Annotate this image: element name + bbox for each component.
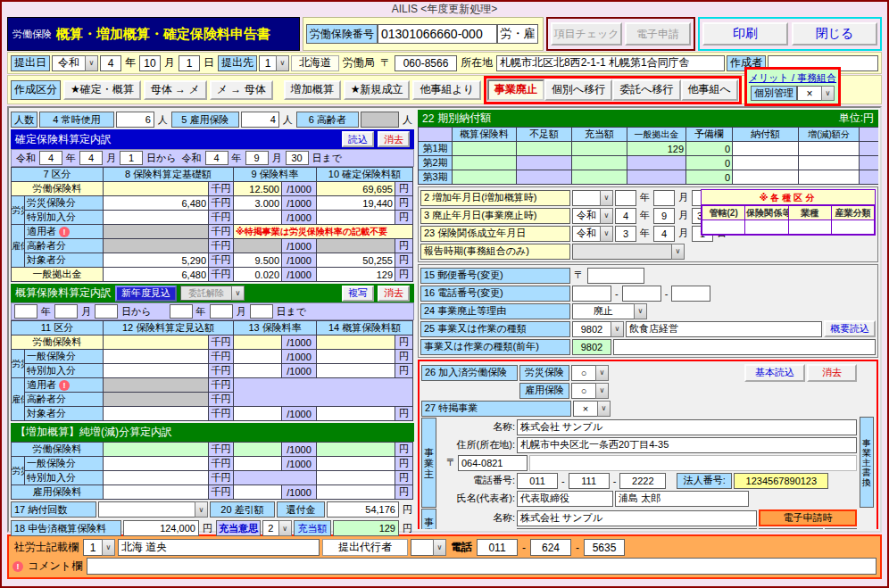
item-check-button[interactable]: 項目チェック — [551, 22, 622, 46]
rate-cell[interactable] — [234, 364, 282, 378]
seiritsu-year[interactable]: 3 — [615, 226, 636, 242]
itaku-ikou-button[interactable]: 委託へ移行 — [612, 79, 680, 101]
cell[interactable] — [517, 142, 572, 156]
seiritsu-era-select[interactable]: 令和∨ — [572, 226, 613, 242]
juto-field[interactable]: 129 — [333, 520, 399, 536]
biz-name-field[interactable]: 株式会社 サンプル — [517, 510, 757, 526]
prev-work-kind-field[interactable] — [613, 339, 876, 355]
owner-addr-field[interactable]: 札幌市中央区北一条西20丁目4-35 — [517, 437, 857, 453]
houkoku-select[interactable]: ∨ — [572, 244, 685, 260]
period-y1[interactable] — [14, 304, 37, 319]
tajigumi-yori-button[interactable]: 他事組より — [412, 80, 481, 100]
cell[interactable] — [733, 170, 799, 185]
tokkei-select[interactable]: ×∨ — [573, 401, 611, 417]
submit-month-field[interactable]: 10 — [139, 55, 161, 71]
submit-year-field[interactable]: 4 — [100, 55, 121, 71]
owner-tel-1[interactable]: 011 — [517, 473, 558, 489]
cell[interactable] — [799, 156, 860, 170]
tel-change-2[interactable] — [622, 286, 661, 302]
submit-dest-select[interactable]: 1∨ — [259, 55, 289, 71]
haishi-era-select[interactable]: 令和∨ — [572, 208, 613, 224]
rate-cell[interactable]: 3.000 — [234, 196, 282, 211]
zouka-gaisan-button[interactable]: 増加概算 — [284, 80, 341, 100]
clear-button[interactable]: 消去 — [378, 286, 410, 302]
shinnendo-button[interactable]: 新年度見込 — [115, 286, 177, 302]
gaiyou-read-button[interactable]: 概要読込 — [824, 320, 876, 337]
rep-title-field[interactable]: 代表取締役 — [517, 491, 613, 507]
cell[interactable] — [453, 170, 517, 185]
kobetsu-kanri-select[interactable]: ×∨ — [797, 86, 835, 101]
rate-cell[interactable]: 12.500 — [234, 182, 282, 196]
cell[interactable] — [453, 142, 517, 156]
houjin-field[interactable]: 1234567890123 — [734, 473, 828, 489]
kanpu-field[interactable]: 54,176 — [327, 501, 399, 518]
period-y1[interactable]: 4 — [39, 151, 62, 165]
shinki-seiritsu-button[interactable]: ★新規成立 — [344, 80, 411, 100]
tel-change-3[interactable] — [671, 286, 710, 302]
merit-link[interactable]: メリット / 事務組合 — [749, 71, 836, 85]
sharoshi-tel-1[interactable]: 011 — [477, 539, 518, 556]
rate-cell[interactable] — [234, 407, 282, 421]
rate-cell[interactable] — [234, 457, 282, 471]
biz-addr-field[interactable]: 札幌市中央区北一条西11丁目100-1 — [517, 528, 757, 530]
kakutei-gaisan-button[interactable]: ★確定・概算 — [63, 80, 141, 100]
base-cell[interactable]: 6,480 — [104, 196, 209, 211]
base-cell[interactable] — [104, 443, 209, 457]
rate-cell[interactable]: 9.500 — [234, 253, 282, 268]
amount-cell[interactable]: 69,695 — [317, 182, 395, 196]
sharoshi-tel-2[interactable]: 624 — [530, 539, 571, 556]
amount-cell[interactable] — [317, 485, 395, 500]
cell[interactable]: 0 — [686, 170, 733, 185]
base-cell[interactable] — [104, 471, 209, 485]
bunkatsu-field[interactable] — [825, 528, 857, 530]
amount-cell[interactable] — [317, 335, 395, 350]
cell[interactable] — [453, 156, 517, 170]
tel-change-1[interactable] — [572, 286, 611, 302]
haishi-year[interactable]: 4 — [615, 208, 636, 224]
cell[interactable] — [799, 142, 860, 156]
kk-cell[interactable] — [702, 220, 745, 235]
seiritsu-month[interactable]: 4 — [653, 226, 675, 242]
cell[interactable] — [733, 142, 799, 156]
owner-zip-rest[interactable] — [529, 455, 857, 471]
nofu-kaisu-select[interactable]: ∨ — [98, 501, 208, 518]
work-kind-field[interactable]: 飲食店経営 — [626, 321, 822, 337]
kobetsu-ikou-button[interactable]: 個別へ移行 — [544, 79, 612, 101]
zouka-year[interactable] — [615, 190, 636, 206]
amount-cell[interactable]: 50,255 — [317, 253, 395, 268]
base-cell[interactable] — [104, 350, 209, 364]
period-y2[interactable]: 4 — [205, 151, 228, 165]
me-to-botai-button[interactable]: メ → 母体 — [210, 80, 273, 100]
amount-cell[interactable] — [317, 457, 395, 471]
period-d2[interactable]: 30 — [286, 151, 309, 165]
rate-cell[interactable] — [234, 211, 282, 225]
zouka-era-select[interactable]: ∨ — [572, 190, 613, 206]
rate-cell[interactable] — [234, 443, 282, 457]
rate-cell[interactable] — [234, 350, 282, 364]
owner-tel-2[interactable]: 111 — [569, 473, 610, 489]
period-d1[interactable]: 1 — [120, 151, 143, 165]
amount-cell[interactable] — [317, 211, 395, 225]
period-m2[interactable] — [210, 304, 233, 319]
rousai-hoken-select[interactable]: ○∨ — [571, 365, 609, 381]
sharoshi-no-select[interactable]: 1∨ — [83, 539, 115, 556]
base-cell[interactable]: 5,290 — [104, 253, 209, 268]
period-y2[interactable] — [170, 304, 193, 319]
amount-cell[interactable] — [317, 350, 395, 364]
base-cell[interactable] — [104, 182, 209, 196]
cell[interactable] — [572, 170, 627, 185]
clear-button[interactable]: 消去 — [807, 364, 857, 382]
submit-era-select[interactable]: 令和∨ — [52, 55, 98, 71]
base-cell[interactable]: 6,480 — [104, 268, 209, 282]
cell[interactable] — [572, 142, 627, 156]
sharoshi-name-field[interactable]: 北海 道央 — [118, 539, 320, 556]
owner-zip-field[interactable]: 064-0821 — [458, 455, 528, 471]
amount-cell[interactable]: 19,440 — [317, 196, 395, 211]
base-cell[interactable] — [104, 211, 209, 225]
daikou-select[interactable]: ∨ — [411, 539, 446, 556]
haishi-month[interactable]: 9 — [653, 208, 675, 224]
close-button[interactable]: 閉じる — [792, 22, 877, 46]
submit-day-field[interactable]: 1 — [179, 55, 200, 71]
submit-zip-field[interactable]: 060-8566 — [395, 55, 457, 71]
submit-address-field[interactable]: 札幌市北区北8西2-1-1 札幌第1合同庁舎 — [496, 55, 725, 71]
